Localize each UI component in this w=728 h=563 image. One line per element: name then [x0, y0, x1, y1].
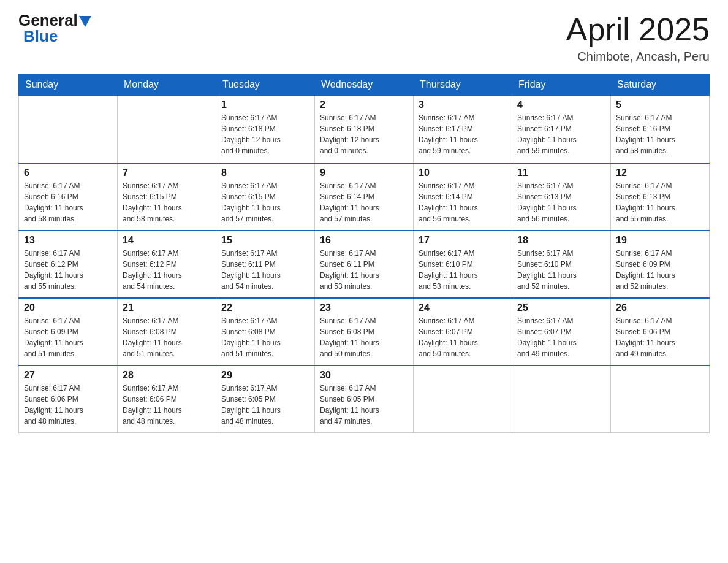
day-number: 10	[419, 167, 507, 178]
day-number: 16	[320, 235, 408, 246]
calendar-cell	[414, 366, 512, 433]
day-info: Sunrise: 6:17 AM Sunset: 6:13 PM Dayligh…	[616, 180, 704, 224]
title-area: April 2025 Chimbote, Ancash, Peru	[566, 12, 710, 64]
calendar-cell: 17Sunrise: 6:17 AM Sunset: 6:10 PM Dayli…	[414, 231, 512, 298]
day-number: 28	[123, 370, 211, 381]
calendar-header-tuesday: Tuesday	[216, 74, 315, 96]
day-number: 29	[221, 370, 309, 381]
calendar-cell: 21Sunrise: 6:17 AM Sunset: 6:08 PM Dayli…	[118, 298, 216, 366]
calendar-cell	[611, 366, 710, 433]
calendar-header-monday: Monday	[118, 74, 216, 96]
day-info: Sunrise: 6:17 AM Sunset: 6:07 PM Dayligh…	[517, 315, 605, 359]
day-number: 1	[221, 99, 309, 110]
day-info: Sunrise: 6:17 AM Sunset: 6:12 PM Dayligh…	[123, 248, 211, 292]
calendar-cell: 15Sunrise: 6:17 AM Sunset: 6:11 PM Dayli…	[216, 231, 315, 298]
calendar-cell: 10Sunrise: 6:17 AM Sunset: 6:14 PM Dayli…	[414, 163, 512, 231]
day-number: 18	[517, 235, 605, 246]
calendar-cell: 8Sunrise: 6:17 AM Sunset: 6:15 PM Daylig…	[216, 163, 315, 231]
calendar-title: April 2025	[566, 12, 710, 47]
day-info: Sunrise: 6:17 AM Sunset: 6:16 PM Dayligh…	[616, 112, 704, 156]
day-number: 15	[221, 235, 309, 246]
day-number: 20	[24, 302, 112, 313]
day-number: 4	[517, 99, 605, 110]
day-info: Sunrise: 6:17 AM Sunset: 6:08 PM Dayligh…	[123, 315, 211, 359]
calendar-week-row: 27Sunrise: 6:17 AM Sunset: 6:06 PM Dayli…	[19, 366, 710, 433]
calendar-cell: 6Sunrise: 6:17 AM Sunset: 6:16 PM Daylig…	[19, 163, 118, 231]
day-number: 24	[419, 302, 507, 313]
calendar-header-friday: Friday	[512, 74, 611, 96]
day-info: Sunrise: 6:17 AM Sunset: 6:09 PM Dayligh…	[616, 248, 704, 292]
day-info: Sunrise: 6:17 AM Sunset: 6:06 PM Dayligh…	[616, 315, 704, 359]
calendar-cell: 24Sunrise: 6:17 AM Sunset: 6:07 PM Dayli…	[414, 298, 512, 366]
day-number: 5	[616, 99, 704, 110]
day-number: 22	[221, 302, 309, 313]
calendar-table: SundayMondayTuesdayWednesdayThursdayFrid…	[18, 74, 710, 433]
logo-triangle-icon	[79, 16, 91, 27]
day-info: Sunrise: 6:17 AM Sunset: 6:10 PM Dayligh…	[517, 248, 605, 292]
day-number: 21	[123, 302, 211, 313]
day-info: Sunrise: 6:17 AM Sunset: 6:17 PM Dayligh…	[517, 112, 605, 156]
calendar-cell: 11Sunrise: 6:17 AM Sunset: 6:13 PM Dayli…	[512, 163, 611, 231]
calendar-header-thursday: Thursday	[414, 74, 512, 96]
calendar-cell: 1Sunrise: 6:17 AM Sunset: 6:18 PM Daylig…	[216, 96, 315, 163]
day-number: 6	[24, 167, 112, 178]
day-info: Sunrise: 6:17 AM Sunset: 6:11 PM Dayligh…	[221, 248, 309, 292]
day-number: 25	[517, 302, 605, 313]
logo-blue-text: Blue	[23, 27, 58, 46]
day-info: Sunrise: 6:17 AM Sunset: 6:13 PM Dayligh…	[517, 180, 605, 224]
day-number: 23	[320, 302, 408, 313]
calendar-cell: 20Sunrise: 6:17 AM Sunset: 6:09 PM Dayli…	[19, 298, 118, 366]
calendar-cell: 5Sunrise: 6:17 AM Sunset: 6:16 PM Daylig…	[611, 96, 710, 163]
calendar-cell: 23Sunrise: 6:17 AM Sunset: 6:08 PM Dayli…	[315, 298, 414, 366]
calendar-cell: 28Sunrise: 6:17 AM Sunset: 6:06 PM Dayli…	[118, 366, 216, 433]
day-info: Sunrise: 6:17 AM Sunset: 6:10 PM Dayligh…	[419, 248, 507, 292]
calendar-cell: 18Sunrise: 6:17 AM Sunset: 6:10 PM Dayli…	[512, 231, 611, 298]
calendar-cell: 26Sunrise: 6:17 AM Sunset: 6:06 PM Dayli…	[611, 298, 710, 366]
calendar-cell: 19Sunrise: 6:17 AM Sunset: 6:09 PM Dayli…	[611, 231, 710, 298]
calendar-week-row: 13Sunrise: 6:17 AM Sunset: 6:12 PM Dayli…	[19, 231, 710, 298]
calendar-cell: 30Sunrise: 6:17 AM Sunset: 6:05 PM Dayli…	[315, 366, 414, 433]
calendar-week-row: 1Sunrise: 6:17 AM Sunset: 6:18 PM Daylig…	[19, 96, 710, 163]
day-info: Sunrise: 6:17 AM Sunset: 6:08 PM Dayligh…	[320, 315, 408, 359]
day-number: 11	[517, 167, 605, 178]
day-info: Sunrise: 6:17 AM Sunset: 6:08 PM Dayligh…	[221, 315, 309, 359]
day-info: Sunrise: 6:17 AM Sunset: 6:14 PM Dayligh…	[320, 180, 408, 224]
day-info: Sunrise: 6:17 AM Sunset: 6:05 PM Dayligh…	[320, 383, 408, 427]
calendar-cell: 12Sunrise: 6:17 AM Sunset: 6:13 PM Dayli…	[611, 163, 710, 231]
calendar-cell: 14Sunrise: 6:17 AM Sunset: 6:12 PM Dayli…	[118, 231, 216, 298]
day-info: Sunrise: 6:17 AM Sunset: 6:07 PM Dayligh…	[419, 315, 507, 359]
day-info: Sunrise: 6:17 AM Sunset: 6:09 PM Dayligh…	[24, 315, 112, 359]
calendar-cell: 13Sunrise: 6:17 AM Sunset: 6:12 PM Dayli…	[19, 231, 118, 298]
day-info: Sunrise: 6:17 AM Sunset: 6:14 PM Dayligh…	[419, 180, 507, 224]
day-number: 7	[123, 167, 211, 178]
day-number: 8	[221, 167, 309, 178]
calendar-cell	[512, 366, 611, 433]
calendar-header-sunday: Sunday	[19, 74, 118, 96]
day-number: 14	[123, 235, 211, 246]
calendar-cell: 16Sunrise: 6:17 AM Sunset: 6:11 PM Dayli…	[315, 231, 414, 298]
day-number: 3	[419, 99, 507, 110]
calendar-cell: 4Sunrise: 6:17 AM Sunset: 6:17 PM Daylig…	[512, 96, 611, 163]
calendar-cell: 22Sunrise: 6:17 AM Sunset: 6:08 PM Dayli…	[216, 298, 315, 366]
logo: General Blue	[18, 12, 91, 46]
day-number: 26	[616, 302, 704, 313]
day-info: Sunrise: 6:17 AM Sunset: 6:18 PM Dayligh…	[221, 112, 309, 156]
day-number: 19	[616, 235, 704, 246]
calendar-cell: 25Sunrise: 6:17 AM Sunset: 6:07 PM Dayli…	[512, 298, 611, 366]
day-info: Sunrise: 6:17 AM Sunset: 6:05 PM Dayligh…	[221, 383, 309, 427]
day-info: Sunrise: 6:17 AM Sunset: 6:06 PM Dayligh…	[123, 383, 211, 427]
day-info: Sunrise: 6:17 AM Sunset: 6:16 PM Dayligh…	[24, 180, 112, 224]
day-info: Sunrise: 6:17 AM Sunset: 6:12 PM Dayligh…	[24, 248, 112, 292]
calendar-cell	[118, 96, 216, 163]
day-info: Sunrise: 6:17 AM Sunset: 6:18 PM Dayligh…	[320, 112, 408, 156]
day-number: 30	[320, 370, 408, 381]
calendar-cell	[19, 96, 118, 163]
day-number: 9	[320, 167, 408, 178]
calendar-cell: 27Sunrise: 6:17 AM Sunset: 6:06 PM Dayli…	[19, 366, 118, 433]
day-number: 13	[24, 235, 112, 246]
calendar-cell: 7Sunrise: 6:17 AM Sunset: 6:15 PM Daylig…	[118, 163, 216, 231]
day-info: Sunrise: 6:17 AM Sunset: 6:11 PM Dayligh…	[320, 248, 408, 292]
calendar-cell: 2Sunrise: 6:17 AM Sunset: 6:18 PM Daylig…	[315, 96, 414, 163]
calendar-cell: 3Sunrise: 6:17 AM Sunset: 6:17 PM Daylig…	[414, 96, 512, 163]
calendar-cell: 29Sunrise: 6:17 AM Sunset: 6:05 PM Dayli…	[216, 366, 315, 433]
